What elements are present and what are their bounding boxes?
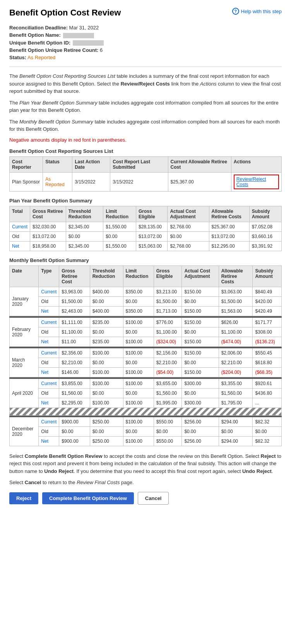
sources-table: Cost Reporter Status Last Action Date Co… bbox=[9, 156, 282, 192]
monthly-cell-limit: $0.00 bbox=[123, 296, 154, 306]
sources-cost-reporter: Plan Sponsor bbox=[10, 172, 43, 191]
mo-col-eligible: Gross Eligible bbox=[154, 265, 182, 287]
desc-para-1: The Benefit Option Cost Reporting Source… bbox=[9, 72, 282, 95]
monthly-row: Net$2,463.00$400.00$350.00$1,713.00$150.… bbox=[10, 306, 282, 316]
monthly-type: Current bbox=[39, 317, 59, 327]
complete-button[interactable]: Complete Benefit Option Review bbox=[42, 492, 134, 504]
py-cell: $2,345.00 bbox=[66, 222, 103, 231]
monthly-row: April 2020Current$3,855.00$100.00$100.00… bbox=[10, 379, 282, 388]
monthly-cell-limit: $100.00 bbox=[123, 367, 154, 377]
monthly-date: January 2020 bbox=[10, 287, 39, 316]
py-cell: $0.00 bbox=[66, 231, 103, 241]
sources-col-allowable-cost: Current Allowable Retiree Cost bbox=[168, 156, 231, 172]
monthly-cell-adjustment: $150.00 bbox=[182, 306, 219, 316]
page-header: Benefit Option Cost Review ? Help with t… bbox=[9, 8, 282, 18]
monthly-cell-allowable: $626.00 bbox=[219, 317, 253, 327]
monthly-cell-eligible: $550.00 bbox=[154, 436, 182, 446]
monthly-type: Old bbox=[39, 327, 59, 337]
monthly-cell-subsidy: $171.77 bbox=[253, 317, 282, 327]
benefit-option-name-value bbox=[63, 33, 94, 38]
monthly-type: Net bbox=[39, 337, 59, 346]
review-reject-link[interactable]: Review/Reject Costs bbox=[236, 176, 266, 187]
monthly-cell-limit: $100.00 bbox=[123, 436, 154, 446]
py-cell: Net bbox=[10, 241, 30, 251]
monthly-cell-allowable: $0.00 bbox=[219, 426, 253, 436]
monthly-cell-limit: $0.00 bbox=[123, 327, 154, 337]
monthly-row: Old$1,560.00$0.00$0.00$1,560.00$0.00$1,5… bbox=[10, 388, 282, 398]
monthly-cell-eligible: $1,995.00 bbox=[154, 398, 182, 408]
monthly-cell-limit: $100.00 bbox=[123, 337, 154, 346]
monthly-cell-subsidy: ... bbox=[253, 398, 282, 408]
monthly-cell-subsidy: ($68.35) bbox=[253, 367, 282, 377]
monthly-cell-subsidy: $420.49 bbox=[253, 306, 282, 316]
monthly-cell-eligible: $3,655.00 bbox=[154, 379, 182, 388]
sources-col-status: Status bbox=[43, 156, 72, 172]
monthly-row: January 2020Current$3,963.00$400.00$350.… bbox=[10, 287, 282, 296]
monthly-type: Net bbox=[39, 436, 59, 446]
sources-cost-report-submitted: 3/15/2022 bbox=[110, 172, 168, 191]
status-label: Status: bbox=[9, 55, 26, 60]
plan-year-table-title: Plan Year Benefit Option Summary bbox=[9, 198, 282, 204]
monthly-cell-threshold: $0.00 bbox=[90, 358, 123, 367]
py-cell: $13,072.00 bbox=[209, 231, 249, 241]
monthly-cell-gross: $2,210.00 bbox=[59, 358, 90, 367]
sources-status: As Reported bbox=[43, 172, 72, 191]
monthly-row: Old$1,100.00$0.00$0.00$1,100.00$0.00$1,1… bbox=[10, 327, 282, 337]
benefit-option-name-row: Benefit Option Name: bbox=[9, 32, 282, 38]
monthly-cell-gross: $1,100.00 bbox=[59, 327, 90, 337]
py-cell: $3,660.16 bbox=[249, 231, 281, 241]
monthly-cell-subsidy: $920.61 bbox=[253, 379, 282, 388]
reject-button[interactable]: Reject bbox=[9, 492, 38, 504]
py-cell: $7,052.08 bbox=[249, 222, 281, 231]
monthly-cell-allowable: ($204.00) bbox=[219, 367, 253, 377]
monthly-cell-allowable: $1,500.00 bbox=[219, 296, 253, 306]
unique-id-value bbox=[73, 40, 104, 46]
monthly-cell-adjustment: $150.00 bbox=[182, 287, 219, 296]
monthly-type: Current bbox=[39, 287, 59, 296]
mo-col-adjustment: Actual Cost Adjustment bbox=[182, 265, 219, 287]
monthly-cell-gross: $1,500.00 bbox=[59, 296, 90, 306]
monthly-cell-gross: $2,356.00 bbox=[59, 348, 90, 358]
py-cell: Current bbox=[10, 222, 30, 231]
review-reject-highlight: Review/Reject Costs bbox=[234, 175, 279, 189]
monthly-cell-allowable: $294.00 bbox=[219, 417, 253, 426]
mo-col-gross: Gross Retiree Cost bbox=[59, 265, 90, 287]
monthly-row: December 2020Current$900.00$250.00$100.0… bbox=[10, 417, 282, 426]
monthly-cell-eligible: $550.00 bbox=[154, 417, 182, 426]
sources-table-title: Benefit Option Cost Reporting Sources Li… bbox=[9, 148, 282, 154]
monthly-cell-limit: $0.00 bbox=[123, 426, 154, 436]
mo-col-subsidy: Subsidy Amount bbox=[253, 265, 282, 287]
py-col-limit: Limit Reduction bbox=[103, 206, 136, 222]
monthly-cell-adjustment: $150.00 bbox=[182, 317, 219, 327]
help-icon: ? bbox=[232, 8, 239, 15]
monthly-cell-limit: $100.00 bbox=[123, 398, 154, 408]
monthly-date: March 2020 bbox=[10, 348, 39, 377]
monthly-cell-allowable: $294.00 bbox=[219, 436, 253, 446]
mo-col-threshold: Threshold Reduction bbox=[90, 265, 123, 287]
desc-para-2: The Plan Year Benefit Option Summary tab… bbox=[9, 99, 282, 114]
monthly-cell-subsidy: $550.45 bbox=[253, 348, 282, 358]
monthly-cell-limit: $100.00 bbox=[123, 348, 154, 358]
monthly-cell-threshold: $250.00 bbox=[90, 417, 123, 426]
monthly-cell-eligible: $1,713.00 bbox=[154, 306, 182, 316]
monthly-row: Old$1,500.00$0.00$0.00$1,500.00$0.00$1,5… bbox=[10, 296, 282, 306]
monthly-cell-allowable: ($474.00) bbox=[219, 337, 253, 346]
action-buttons: Reject Complete Benefit Option Review Ca… bbox=[9, 492, 282, 505]
py-cell: $18,958.00 bbox=[30, 241, 66, 251]
monthly-cell-subsidy: $618.80 bbox=[253, 358, 282, 367]
sources-action-cell: Review/Reject Costs bbox=[231, 172, 281, 191]
py-cell: $2,768.00 bbox=[168, 222, 209, 231]
py-cell: $32,030.00 bbox=[30, 222, 66, 231]
plan-year-table: Total Gross Retiree Cost Threshold Reduc… bbox=[9, 206, 282, 251]
monthly-type: Net bbox=[39, 398, 59, 408]
monthly-cell-gross: $3,855.00 bbox=[59, 379, 90, 388]
footer-text: Select Complete Benefit Option Review to… bbox=[9, 452, 282, 486]
cancel-button[interactable]: Cancel bbox=[138, 492, 169, 505]
monthly-type: Current bbox=[39, 379, 59, 388]
py-cell: $15,063.00 bbox=[136, 241, 167, 251]
mo-col-date: Date bbox=[10, 265, 39, 287]
help-link[interactable]: ? Help with this step bbox=[232, 8, 282, 15]
monthly-cell-adjustment: $0.00 bbox=[182, 388, 219, 398]
monthly-type: Current bbox=[39, 417, 59, 426]
monthly-row: Net$146.00$100.00$100.00($54.00)$150.00(… bbox=[10, 367, 282, 377]
